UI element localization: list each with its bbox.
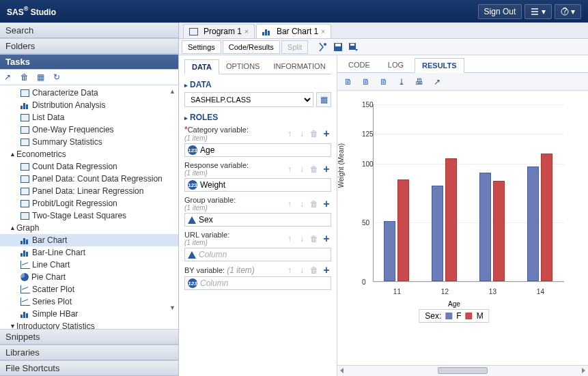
task-subtab[interactable]: OPTIONS xyxy=(219,59,267,74)
role-field[interactable]: Column xyxy=(184,248,331,261)
accordion-fileshortcuts[interactable]: File Shortcuts xyxy=(0,360,178,376)
data-table-select[interactable]: SASHELP.CLASS xyxy=(184,92,313,107)
move-up-icon[interactable]: ↑ xyxy=(285,199,294,209)
tree-item[interactable]: ▲Econometrics xyxy=(0,148,178,160)
accordion-folders[interactable]: Folders xyxy=(0,38,178,54)
add-icon[interactable]: + xyxy=(322,199,331,209)
accordion-libraries[interactable]: Libraries xyxy=(0,345,178,360)
move-up-icon[interactable]: ↑ xyxy=(285,234,294,244)
output-tab[interactable]: RESULTS xyxy=(415,58,464,73)
delete-task-icon[interactable]: 🗑 xyxy=(20,72,30,82)
remove-icon[interactable]: 🗑 xyxy=(309,164,319,174)
close-icon[interactable]: × xyxy=(321,28,325,35)
signout-button[interactable]: Sign Out xyxy=(478,4,522,19)
tree-item[interactable]: Panel Data: Linear Regression xyxy=(0,185,178,197)
tree-item[interactable]: Bar Chart xyxy=(0,234,178,246)
tree-item[interactable]: One-Way Frequencies xyxy=(0,124,178,136)
barchart-icon xyxy=(20,249,29,257)
properties-icon[interactable]: ▦ xyxy=(37,72,46,82)
role-value: Column xyxy=(200,278,228,288)
tree-item[interactable]: Two-Stage Least Squares xyxy=(0,209,178,222)
y-axis-label: Weight (Mean) xyxy=(337,143,345,188)
print-icon[interactable]: 🖶 xyxy=(414,76,425,87)
add-icon[interactable]: + xyxy=(322,234,331,244)
data-section-header[interactable]: ▸DATA xyxy=(184,80,331,89)
tree-scroll-up[interactable]: ▲ xyxy=(169,88,176,95)
remove-icon[interactable]: 🗑 xyxy=(309,129,319,139)
move-down-icon[interactable]: ↓ xyxy=(297,199,307,209)
split-button[interactable]: Split xyxy=(281,40,308,54)
role-field[interactable]: 123Column xyxy=(184,276,331,290)
tree-item-label: Simple HBar xyxy=(32,309,78,319)
export-rtf-icon[interactable]: 🗎 xyxy=(378,76,389,87)
output-tab[interactable]: LOG xyxy=(381,58,410,72)
add-icon[interactable]: + xyxy=(322,129,331,139)
help-button[interactable]: ? ▾ xyxy=(555,4,581,19)
export-pdf-icon[interactable]: 🗎 xyxy=(361,76,372,87)
move-down-icon[interactable]: ↓ xyxy=(297,234,307,244)
move-up-icon[interactable]: ↑ xyxy=(285,265,294,275)
task-subtab[interactable]: DATA xyxy=(184,59,219,74)
roles-section-header[interactable]: ▸ROLES xyxy=(184,113,331,122)
browse-table-button[interactable]: ▦ xyxy=(316,92,331,107)
refresh-icon[interactable]: ↻ xyxy=(53,72,63,82)
y-tick: 100 xyxy=(362,160,374,167)
menu-button[interactable]: ▾ xyxy=(524,4,551,19)
svg-rect-4 xyxy=(335,44,341,46)
role-field[interactable]: Sex xyxy=(184,213,331,227)
barchart-icon xyxy=(20,237,29,244)
tree-item[interactable]: Probit/Logit Regression xyxy=(0,197,178,209)
run-button[interactable] xyxy=(316,40,330,54)
tree-item[interactable]: Bar-Line Chart xyxy=(0,246,178,259)
tree-item[interactable]: Scatter Plot xyxy=(0,283,178,295)
tree-item[interactable]: Panel Data: Count Data Regression xyxy=(0,173,178,185)
tree-item[interactable]: List Data xyxy=(0,111,178,124)
tree-scroll-down[interactable]: ▼ xyxy=(169,304,176,311)
tree-item[interactable]: Characterize Data xyxy=(0,87,178,99)
export-html-icon[interactable]: 🗎 xyxy=(343,76,354,87)
move-down-icon[interactable]: ↓ xyxy=(297,265,307,275)
settings-button[interactable]: Settings xyxy=(182,40,221,54)
accordion-tasks[interactable]: Tasks xyxy=(0,54,178,70)
move-up-icon[interactable]: ↑ xyxy=(285,164,294,174)
accordion-snippets[interactable]: Snippets xyxy=(0,329,178,345)
tree-item-label: Pie Chart xyxy=(31,272,66,282)
horizontal-scrollbar[interactable] xyxy=(337,365,588,376)
editor-tab[interactable]: Bar Chart 1× xyxy=(256,24,331,38)
move-up-icon[interactable]: ↑ xyxy=(285,129,294,139)
saveas-button[interactable] xyxy=(346,40,360,54)
tree-item[interactable]: Count Data Regression xyxy=(0,160,178,173)
data-section-label: DATA xyxy=(190,80,212,89)
task-subtab[interactable]: INFORMATION xyxy=(266,59,332,74)
popout-icon[interactable]: ↗ xyxy=(432,76,443,87)
editor-tab[interactable]: Program 1× xyxy=(183,24,255,38)
add-icon[interactable]: + xyxy=(322,164,331,174)
tree-item[interactable]: Distribution Analysis xyxy=(0,99,178,111)
remove-icon[interactable]: 🗑 xyxy=(309,199,319,209)
add-icon[interactable]: + xyxy=(322,265,331,275)
tree-item[interactable]: ▼Introductory Statistics xyxy=(0,320,178,329)
tree-item[interactable]: Pie Chart xyxy=(0,271,178,283)
new-task-icon[interactable]: ↗ xyxy=(4,72,14,82)
role-field[interactable]: 123Age xyxy=(184,143,331,157)
tree-item[interactable]: Series Plot xyxy=(0,295,178,308)
coderesults-button[interactable]: Code/Results xyxy=(223,40,280,54)
chart-viewport: Weight (Mean) Age Sex:FM 050100125150111… xyxy=(337,91,588,365)
move-down-icon[interactable]: ↓ xyxy=(297,129,307,139)
roles-section-label: ROLES xyxy=(190,113,218,122)
remove-icon[interactable]: 🗑 xyxy=(309,265,319,275)
role-field[interactable]: 123Weight xyxy=(184,178,331,192)
move-down-icon[interactable]: ↓ xyxy=(297,164,307,174)
accordion-search[interactable]: Search xyxy=(0,23,178,38)
close-icon[interactable]: × xyxy=(244,28,249,35)
download-icon[interactable]: ⤓ xyxy=(396,76,407,87)
tree-item[interactable]: Summary Statistics xyxy=(0,136,178,148)
remove-icon[interactable]: 🗑 xyxy=(309,234,319,244)
scrollbar-thumb[interactable] xyxy=(438,367,488,374)
tree-item[interactable]: Line Chart xyxy=(0,259,178,271)
tree-item[interactable]: Simple HBar xyxy=(0,308,178,320)
output-tab[interactable]: CODE xyxy=(341,58,377,72)
save-button[interactable] xyxy=(331,40,345,54)
tree-item[interactable]: ▲Graph xyxy=(0,222,178,234)
legend-swatch xyxy=(466,313,473,319)
